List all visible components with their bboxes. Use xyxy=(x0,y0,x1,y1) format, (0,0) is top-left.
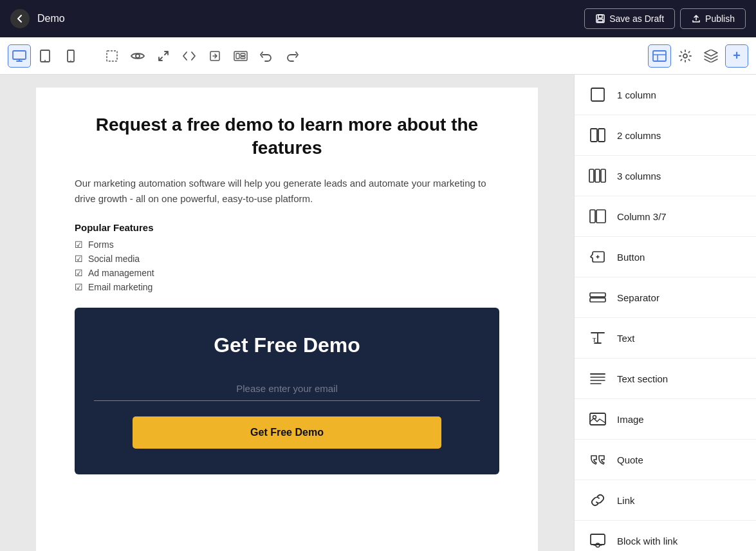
checkbox-icon: ☑ xyxy=(75,254,83,264)
svg-rect-20 xyxy=(589,169,594,182)
panel-label: Separator xyxy=(617,292,659,303)
2-columns-icon xyxy=(587,125,608,145)
panel-item-link[interactable]: Link xyxy=(575,480,756,521)
panel-item-separator[interactable]: Separator xyxy=(575,277,756,318)
undo-icon[interactable] xyxy=(255,44,278,68)
svg-rect-22 xyxy=(601,169,605,182)
toolbar: + xyxy=(0,37,756,75)
code-icon[interactable] xyxy=(178,44,201,68)
1-column-icon xyxy=(587,84,608,105)
3-columns-icon xyxy=(587,165,608,186)
svg-rect-26 xyxy=(590,298,605,302)
panel-item-2-columns[interactable]: 2 columns xyxy=(575,115,756,156)
get-free-demo-button[interactable]: Get Free Demo xyxy=(133,416,441,449)
list-item: ☑ Social media xyxy=(75,254,499,264)
structure-icon[interactable] xyxy=(648,44,671,68)
list-item: ☑ Ad management xyxy=(75,268,499,278)
image-icon xyxy=(587,409,608,429)
panel-label: Text section xyxy=(617,373,668,384)
layers-icon[interactable] xyxy=(699,44,723,68)
panel-label: Text xyxy=(617,333,635,344)
svg-rect-33 xyxy=(590,413,605,425)
svg-point-9 xyxy=(136,54,140,58)
import-icon[interactable] xyxy=(203,44,226,68)
back-button[interactable] xyxy=(10,9,30,28)
right-panel: 1 column 2 columns 3 columns xyxy=(574,75,756,551)
publish-button[interactable]: Publish xyxy=(680,8,746,29)
panel-item-button[interactable]: Button xyxy=(575,237,756,277)
svg-rect-8 xyxy=(107,51,117,61)
svg-rect-19 xyxy=(598,129,605,142)
panel-item-image[interactable]: Image xyxy=(575,399,756,440)
panel-label: Image xyxy=(617,414,644,425)
gallery-icon[interactable] xyxy=(229,44,252,68)
panel-item-column-3-7[interactable]: Column 3/7 xyxy=(575,196,756,237)
topbar: Demo Save as Draft Publish xyxy=(0,0,756,37)
svg-rect-24 xyxy=(596,210,605,223)
checkbox-icon: ☑ xyxy=(75,268,83,278)
panel-item-3-columns[interactable]: 3 columns xyxy=(575,156,756,196)
canvas-area: Request a free demo to learn more about … xyxy=(0,75,574,551)
email-input[interactable] xyxy=(94,377,480,401)
panel-label: 2 columns xyxy=(617,130,661,141)
panel-label: 1 column xyxy=(617,89,656,100)
column-3-7-icon xyxy=(587,206,608,227)
feature-label: Email marketing xyxy=(88,282,152,292)
expand-icon[interactable] xyxy=(152,44,175,68)
panel-label: Link xyxy=(617,495,635,506)
button-icon xyxy=(587,247,608,267)
panel-label: 3 columns xyxy=(617,171,661,182)
mobile-icon[interactable] xyxy=(59,44,82,68)
svg-rect-23 xyxy=(590,210,595,223)
page-heading: Request a free demo to learn more about … xyxy=(75,113,499,160)
svg-rect-15 xyxy=(653,51,666,61)
save-icon xyxy=(595,14,605,24)
list-item: ☑ Email marketing xyxy=(75,282,499,292)
settings-icon[interactable] xyxy=(674,44,697,68)
preview-icon[interactable] xyxy=(126,44,149,68)
publish-icon xyxy=(691,14,701,24)
svg-point-7 xyxy=(70,60,71,61)
panel-label: Button xyxy=(617,252,645,263)
separator-icon xyxy=(587,287,608,308)
svg-rect-3 xyxy=(13,51,26,59)
panel-item-1-column[interactable]: 1 column xyxy=(575,75,756,115)
panel-item-text[interactable]: T Text xyxy=(575,318,756,359)
panel-label: Block with link xyxy=(617,536,678,546)
redo-icon[interactable] xyxy=(281,44,304,68)
svg-rect-17 xyxy=(591,88,604,101)
add-block-button[interactable]: + xyxy=(725,44,748,68)
demo-section: Get Free Demo Get Free Demo xyxy=(75,308,499,474)
svg-rect-18 xyxy=(591,129,597,142)
panel-item-quote[interactable]: Quote xyxy=(575,440,756,480)
feature-label: Ad management xyxy=(88,268,154,278)
desktop-icon[interactable] xyxy=(8,44,31,68)
select-icon[interactable] xyxy=(100,44,124,68)
quote-icon xyxy=(587,449,608,470)
panel-item-text-section[interactable]: Text section xyxy=(575,359,756,399)
feature-label: Social media xyxy=(88,254,140,264)
svg-rect-14 xyxy=(241,57,245,59)
save-draft-button[interactable]: Save as Draft xyxy=(584,8,675,29)
tablet-icon[interactable] xyxy=(33,44,57,68)
text-icon: T xyxy=(587,328,608,348)
svg-rect-13 xyxy=(241,53,245,56)
svg-rect-25 xyxy=(590,293,605,297)
panel-label: Column 3/7 xyxy=(617,211,667,222)
svg-point-5 xyxy=(44,60,46,61)
checkbox-icon: ☑ xyxy=(75,282,83,292)
save-draft-label: Save as Draft xyxy=(609,14,664,24)
page-description: Our marketing automation software will h… xyxy=(75,176,499,207)
checkbox-icon: ☑ xyxy=(75,239,83,250)
block-with-link-icon xyxy=(587,530,608,551)
svg-rect-12 xyxy=(236,53,239,59)
svg-rect-2 xyxy=(598,19,603,22)
panel-item-block-with-link[interactable]: Block with link xyxy=(575,521,756,551)
main-layout: Request a free demo to learn more about … xyxy=(0,75,756,551)
svg-text:T: T xyxy=(593,337,596,343)
link-icon xyxy=(587,490,608,510)
canvas-page: Request a free demo to learn more about … xyxy=(36,88,538,551)
svg-rect-21 xyxy=(595,169,600,182)
page-title: Demo xyxy=(37,13,576,24)
svg-point-36 xyxy=(596,543,600,547)
